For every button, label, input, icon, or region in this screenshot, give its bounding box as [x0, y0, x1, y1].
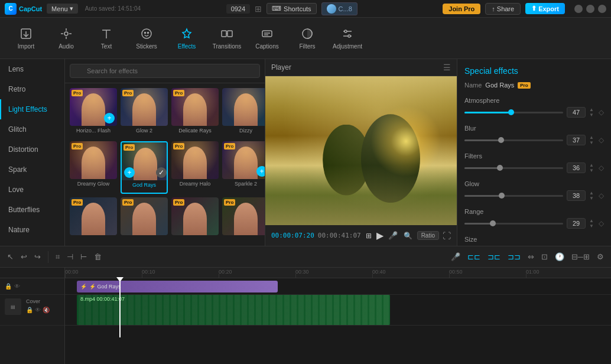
effect-item-12[interactable]: Pro: [222, 197, 265, 241]
close-button[interactable]: ×: [598, 5, 606, 13]
minimize-button[interactable]: −: [574, 5, 583, 13]
effect-clip[interactable]: ⚡ ⚡ God Rays: [77, 281, 278, 292]
effect-item-8[interactable]: Pro + Sparkle 2: [222, 141, 265, 193]
range-up-arrow[interactable]: ▲: [589, 219, 594, 223]
sidebar-item-distortion[interactable]: Distortion: [0, 139, 64, 160]
effect-item-1[interactable]: Pro + Horizo... Flash: [70, 88, 117, 138]
special-effects-panel: Special effects Name God Rays Pro Atmosp…: [457, 59, 611, 246]
tool-effects[interactable]: Effects: [168, 21, 206, 56]
window-grid-icon[interactable]: ⊞: [255, 4, 262, 14]
grid-view-button[interactable]: ⊞: [365, 230, 373, 241]
visibility-icon[interactable]: 👁: [14, 283, 20, 290]
range-slider[interactable]: [464, 223, 563, 225]
sidebar-item-nature[interactable]: Nature: [0, 220, 64, 240]
blur-slider[interactable]: [464, 139, 563, 141]
add-effect-icon[interactable]: +: [104, 113, 115, 124]
profile-button[interactable]: C...8: [321, 2, 358, 15]
link-button[interactable]: ⇔: [525, 250, 537, 264]
track-lock-icon[interactable]: 🔒: [26, 307, 33, 313]
filters-up-arrow[interactable]: ▲: [589, 163, 594, 168]
track-visibility-icon[interactable]: 👁: [35, 307, 41, 313]
mic-timeline-button[interactable]: 🎤: [448, 250, 463, 264]
maximize-button[interactable]: □: [586, 5, 594, 13]
effect-item-11[interactable]: Pro: [171, 197, 219, 241]
effect-item-4[interactable]: Dizzy: [222, 88, 265, 138]
settings-button[interactable]: ⚙: [594, 250, 606, 264]
import-label: Import: [18, 43, 34, 50]
split-left-button[interactable]: ⊣: [64, 250, 76, 264]
clock-button[interactable]: 🕐: [552, 250, 567, 264]
zoom-button[interactable]: 🔍: [402, 230, 414, 241]
play-button[interactable]: ▶: [375, 229, 385, 242]
ruler-mark-20: 00:20: [219, 269, 232, 275]
video-clip[interactable]: 8.mp4 00:00:41:07: [77, 295, 390, 325]
sidebar-item-lens[interactable]: Lens: [0, 59, 64, 79]
sidebar-item-love[interactable]: Love: [0, 180, 64, 200]
share-button[interactable]: ↑ Share: [485, 3, 521, 15]
track-mute-icon[interactable]: 🔇: [43, 307, 50, 313]
playhead[interactable]: [119, 278, 121, 337]
sidebar-item-glitch[interactable]: Glitch: [0, 119, 64, 139]
snap-left-button[interactable]: ⊏⊏: [465, 250, 483, 264]
menu-button[interactable]: Menu ▾: [47, 4, 78, 14]
split-right-button[interactable]: ⊢: [78, 250, 89, 264]
tool-import[interactable]: Import: [7, 21, 45, 56]
sidebar-item-retro[interactable]: Retro: [0, 79, 64, 99]
tool-transitions[interactable]: Transitions: [208, 21, 246, 56]
sidebar-item-light-effects[interactable]: Light Effects: [0, 99, 64, 119]
shortcuts-button[interactable]: ⌨ Shortcuts: [266, 3, 316, 14]
filters-slider[interactable]: [464, 167, 563, 169]
add-effect-icon[interactable]: +: [256, 166, 265, 177]
effect-item-2[interactable]: Pro Glow 2: [121, 88, 168, 138]
blur-keyframe-icon[interactable]: ◇: [599, 136, 604, 144]
sidebar-item-spark[interactable]: Spark: [0, 160, 64, 180]
atmosphere-keyframe-icon[interactable]: ◇: [599, 108, 604, 116]
filters-down-arrow[interactable]: ▼: [589, 168, 594, 173]
sidebar-item-butterflies[interactable]: Butterflies: [0, 200, 64, 220]
effect-item-5[interactable]: Pro Dreamy Glow: [70, 141, 117, 193]
zoom-slider-button[interactable]: ⊟─⊞: [569, 250, 592, 264]
fullscreen-button[interactable]: ⛶: [443, 231, 451, 240]
pro-badge: Pro: [224, 199, 235, 206]
tool-adjustment[interactable]: Adjustment: [329, 21, 366, 56]
glow-down-arrow[interactable]: ▼: [589, 196, 594, 201]
glow-slider[interactable]: [464, 195, 563, 197]
effect-item-7[interactable]: Pro Dreamy Halo: [171, 141, 219, 193]
atmosphere-slider[interactable]: [464, 112, 563, 113]
glow-up-arrow[interactable]: ▲: [589, 191, 594, 196]
preview-button[interactable]: ⊡: [539, 250, 550, 264]
undo-button[interactable]: ↩: [18, 250, 30, 264]
tool-stickers[interactable]: Stickers: [128, 21, 165, 56]
split-button[interactable]: ⌗: [53, 250, 62, 264]
join-pro-button[interactable]: Join Pro: [443, 4, 480, 14]
cursor-tool-button[interactable]: ↖: [5, 250, 16, 264]
blur-up-arrow[interactable]: ▲: [589, 135, 594, 140]
tool-filters[interactable]: Filters: [288, 21, 326, 56]
search-input[interactable]: [70, 64, 260, 78]
range-keyframe-icon[interactable]: ◇: [599, 219, 604, 228]
delete-button[interactable]: 🗑: [92, 250, 104, 264]
mic-button[interactable]: 🎤: [387, 230, 399, 241]
player-options-icon[interactable]: ☰: [443, 63, 451, 72]
tool-audio[interactable]: Audio: [47, 21, 85, 56]
tool-text[interactable]: Text: [87, 21, 125, 56]
atmosphere-up-arrow[interactable]: ▲: [589, 108, 594, 112]
export-button[interactable]: ⬆ Export: [525, 3, 565, 14]
redo-button[interactable]: ↪: [32, 250, 43, 264]
effect-item-10[interactable]: Pro: [121, 197, 168, 241]
snap-button[interactable]: ⊐⊏: [485, 250, 503, 264]
video-track-label: ▤ Cover 🔒 👁 🔇: [0, 295, 64, 326]
effect-item-6[interactable]: Pro ✓ + God Rays: [121, 141, 168, 193]
filters-keyframe-icon[interactable]: ◇: [599, 164, 604, 172]
param-range-control: 29 ▲ ▼ ◇: [464, 218, 604, 229]
snap-right-button[interactable]: ⊐⊐: [505, 250, 523, 264]
lock-icon[interactable]: 🔒: [5, 283, 12, 290]
effect-item-9[interactable]: Pro: [70, 197, 117, 241]
effect-item-3[interactable]: Pro Delicate Rays: [171, 88, 219, 138]
tool-captions[interactable]: Captions: [248, 21, 286, 56]
ratio-button[interactable]: Ratio: [417, 231, 439, 240]
glow-keyframe-icon[interactable]: ◇: [599, 191, 604, 200]
range-down-arrow[interactable]: ▼: [589, 224, 594, 229]
atmosphere-down-arrow[interactable]: ▼: [589, 113, 594, 118]
blur-down-arrow[interactable]: ▼: [589, 141, 594, 145]
